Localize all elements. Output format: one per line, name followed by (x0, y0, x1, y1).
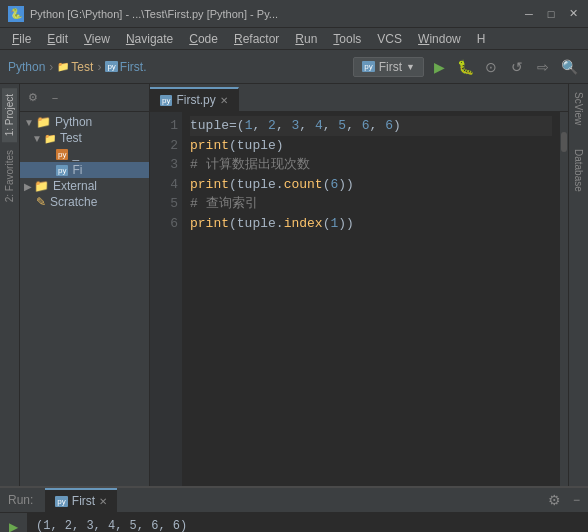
menu-window[interactable]: Window (410, 30, 469, 48)
search-everywhere-button[interactable]: 🔍 (558, 56, 580, 78)
scroll-thumb[interactable] (561, 132, 567, 152)
run-panel-collapse[interactable]: − (573, 493, 580, 507)
run-tabs: Run: py First ✕ ⚙ − (0, 488, 588, 513)
chevron-python (24, 117, 34, 128)
line-num-4: 4 (158, 175, 178, 195)
run-config-selector[interactable]: py First ▼ (353, 57, 424, 77)
run-config-chevron: ▼ (406, 62, 415, 72)
editor-scrollbar[interactable] (560, 112, 568, 486)
run-tab-label: First (72, 494, 95, 508)
menubar: File Edit View Navigate Code Refactor Ru… (0, 28, 588, 50)
run-config-label: First (379, 60, 402, 74)
minimize-button[interactable]: ─ (522, 7, 536, 21)
scratches-icon: ✎ (36, 195, 46, 209)
tree-item-init[interactable]: py _ (20, 146, 149, 162)
breadcrumb-first[interactable]: py First. (105, 60, 146, 74)
tree-label-first: Fi (72, 163, 82, 177)
menu-file[interactable]: File (4, 30, 39, 48)
code-line-6[interactable]: print(tuple.index(1)) (190, 214, 552, 234)
code-content[interactable]: tuple=(1, 2, 3, 4, 5, 6, 6) print(tuple)… (182, 112, 560, 486)
py-icon-init: py (56, 149, 68, 160)
tab-label-firstpy: First.py (176, 93, 215, 107)
tree-label-external: External (53, 179, 97, 193)
run-config-icon: py (362, 61, 374, 72)
py-icon-first: py (56, 165, 68, 176)
line-num-6: 6 (158, 214, 178, 234)
right-sidebar-tabs: ScView Database (568, 84, 588, 486)
run-button[interactable]: ▶ (428, 56, 450, 78)
debug-button[interactable]: 🐛 (454, 56, 476, 78)
panel-collapse-button[interactable]: − (46, 89, 64, 107)
build-button[interactable]: ⇨ (532, 56, 554, 78)
main-layout: 1: Project 2: Favorites ⚙ − 📁 Python 📁 T… (0, 84, 588, 486)
menu-code[interactable]: Code (181, 30, 226, 48)
toolbar: Python › 📁 Test › py First. py First ▼ ▶… (0, 50, 588, 84)
run-tab-first[interactable]: py First ✕ (45, 488, 117, 512)
run-controls: ▶ ■ ▲ ▼ ≡ ≫ (0, 513, 28, 532)
folder-icon-test: 📁 (44, 133, 56, 144)
line-num-3: 3 (158, 155, 178, 175)
breadcrumb-python[interactable]: Python (8, 60, 45, 74)
tree-label-test: Test (60, 131, 82, 145)
panel-settings-button[interactable]: ⚙ (24, 89, 42, 107)
tree-item-external[interactable]: 📁 External (20, 178, 149, 194)
menu-tools[interactable]: Tools (325, 30, 369, 48)
app-icon: 🐍 (8, 6, 24, 22)
tree-item-first[interactable]: py Fi (20, 162, 149, 178)
code-line-5[interactable]: # 查询索引 (190, 194, 552, 214)
code-line-4[interactable]: print(tuple.count(6)) (190, 175, 552, 195)
right-tab-scview[interactable]: ScView (571, 84, 586, 133)
folder-icon-external: 📁 (34, 179, 49, 193)
run-label: Run: (8, 493, 33, 507)
menu-run[interactable]: Run (287, 30, 325, 48)
line-num-2: 2 (158, 136, 178, 156)
chevron-test (32, 133, 42, 144)
run-panel: Run: py First ✕ ⚙ − ▶ ■ ▲ ▼ ≡ ≫ (1, 2, 3… (0, 486, 588, 532)
project-panel: ⚙ − 📁 Python 📁 Test py _ (20, 84, 150, 486)
panel-toolbar: ⚙ − (20, 84, 149, 112)
breadcrumb: Python › 📁 Test › py First. (8, 60, 147, 74)
left-sidebar-tabs: 1: Project 2: Favorites (0, 84, 20, 486)
run-play-button[interactable]: ▶ (4, 517, 24, 532)
right-tab-database[interactable]: Database (571, 141, 586, 200)
coverage-button[interactable]: ⊙ (480, 56, 502, 78)
menu-vcs[interactable]: VCS (369, 30, 410, 48)
menu-refactor[interactable]: Refactor (226, 30, 287, 48)
run-settings-button[interactable]: ⚙ (548, 492, 561, 508)
tab-close-firstpy[interactable]: ✕ (220, 95, 228, 106)
window-controls: ─ □ ✕ (522, 7, 580, 21)
code-line-3[interactable]: # 计算数据出现次数 (190, 155, 552, 175)
code-line-1[interactable]: tuple=(1, 2, 3, 4, 5, 6, 6) (190, 116, 552, 136)
run-tab-icon: py (55, 496, 67, 507)
tree-label-python: Python (55, 115, 92, 129)
sidebar-tab-project[interactable]: 1: Project (2, 88, 17, 142)
tree-label-init: _ (72, 147, 79, 161)
editor-tab-firstpy[interactable]: py First.py ✕ (150, 87, 239, 111)
code-line-2[interactable]: print(tuple) (190, 136, 552, 156)
tree-item-python[interactable]: 📁 Python (20, 114, 149, 130)
menu-help[interactable]: H (469, 30, 494, 48)
menu-navigate[interactable]: Navigate (118, 30, 181, 48)
menu-view[interactable]: View (76, 30, 118, 48)
titlebar: 🐍 Python [G:\Python] - ...\Test\First.py… (0, 0, 588, 28)
line-num-1: 1 (158, 116, 178, 136)
editor-code-area[interactable]: 1 2 3 4 5 6 tuple=(1, 2, 3, 4, 5, 6, 6) … (150, 112, 568, 486)
tree-item-test[interactable]: 📁 Test (20, 130, 149, 146)
breadcrumb-test[interactable]: 📁 Test (57, 60, 93, 74)
project-tree: 📁 Python 📁 Test py _ py Fi (20, 112, 149, 486)
tab-py-icon: py (160, 95, 172, 106)
chevron-external (24, 181, 32, 192)
sidebar-tab-favorites[interactable]: 2: Favorites (2, 144, 17, 208)
profile-button[interactable]: ↺ (506, 56, 528, 78)
line-numbers: 1 2 3 4 5 6 (150, 112, 182, 486)
breadcrumb-sep2: › (97, 60, 101, 74)
editor-tabs: py First.py ✕ (150, 84, 568, 112)
menu-edit[interactable]: Edit (39, 30, 76, 48)
line-num-5: 5 (158, 194, 178, 214)
tree-item-scratches[interactable]: ✎ Scratche (20, 194, 149, 210)
maximize-button[interactable]: □ (544, 7, 558, 21)
run-tab-close[interactable]: ✕ (99, 496, 107, 507)
folder-icon-python: 📁 (36, 115, 51, 129)
tree-label-scratches: Scratche (50, 195, 97, 209)
close-button[interactable]: ✕ (566, 7, 580, 21)
